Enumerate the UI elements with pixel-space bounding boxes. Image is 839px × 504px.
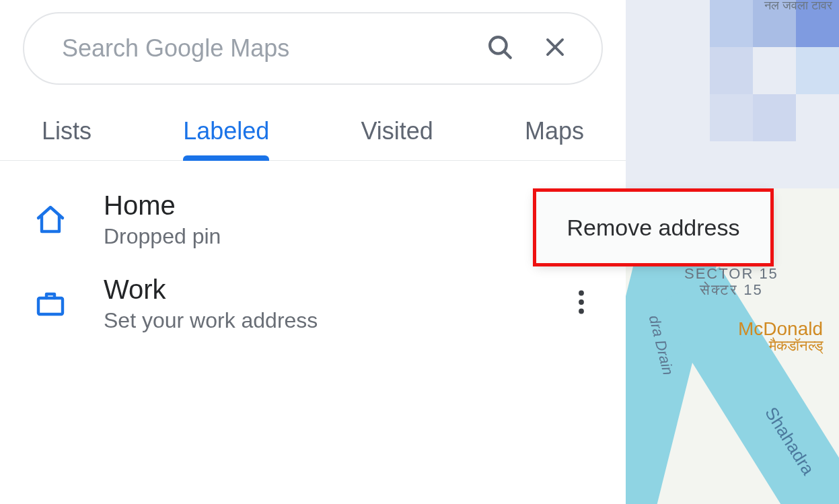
- search-bar: [23, 12, 603, 85]
- home-icon: [31, 200, 70, 239]
- labeled-item-work-text: Work Set your work address: [104, 273, 532, 333]
- svg-point-5: [579, 290, 584, 295]
- tab-lists[interactable]: Lists: [42, 117, 92, 160]
- labeled-item-home-title: Home: [104, 189, 597, 221]
- svg-line-1: [505, 52, 511, 58]
- labeled-item-home-text: Home Dropped pin: [104, 189, 597, 249]
- search-container: [0, 0, 626, 85]
- map-poi-mcdonalds-hi: मैकडॉनल्ड्: [738, 338, 823, 353]
- map-area-label-sector-en: SECTOR 15: [684, 266, 778, 282]
- tab-visited[interactable]: Visited: [361, 117, 433, 160]
- more-vertical-icon: [578, 290, 585, 317]
- places-sidebar: Lists Labeled Visited Maps Home Dropped …: [0, 0, 626, 504]
- briefcase-icon: [31, 284, 70, 323]
- map-poi-mcdonalds-en: McDonald: [738, 320, 823, 338]
- labeled-item-home-subtitle: Dropped pin: [104, 224, 597, 249]
- labeled-item-work-title: Work: [104, 273, 532, 305]
- svg-rect-4: [38, 298, 63, 314]
- labeled-item-work-menu-button[interactable]: [565, 287, 597, 320]
- map-label-partial: नल जवला टावर: [764, 0, 832, 13]
- tab-maps[interactable]: Maps: [525, 117, 584, 160]
- map-poi-mcdonalds[interactable]: McDonald मैकडॉनल्ड्: [738, 320, 823, 353]
- tab-labeled[interactable]: Labeled: [183, 117, 269, 160]
- map-pixelated-region: [624, 0, 839, 188]
- clear-search-button[interactable]: [532, 25, 579, 72]
- close-icon: [542, 34, 568, 63]
- labeled-item-work[interactable]: Work Set your work address: [0, 261, 626, 345]
- labeled-item-home[interactable]: Home Dropped pin: [0, 177, 626, 261]
- search-button[interactable]: [476, 25, 523, 72]
- places-tabs: Lists Labeled Visited Maps: [0, 117, 626, 161]
- search-icon: [486, 33, 514, 64]
- context-menu: Remove address: [536, 191, 771, 264]
- labeled-places-list: Home Dropped pin Work Set your work addr…: [0, 161, 626, 361]
- svg-point-6: [579, 299, 584, 305]
- search-input[interactable]: [62, 34, 468, 63]
- remove-address-menu-item[interactable]: Remove address: [536, 191, 771, 264]
- svg-point-7: [579, 308, 584, 314]
- labeled-item-work-subtitle: Set your work address: [104, 308, 532, 333]
- map-area-label-sector-hi: सेक्टर 15: [684, 282, 778, 298]
- map-area-label-sector: SECTOR 15 सेक्टर 15: [684, 266, 778, 298]
